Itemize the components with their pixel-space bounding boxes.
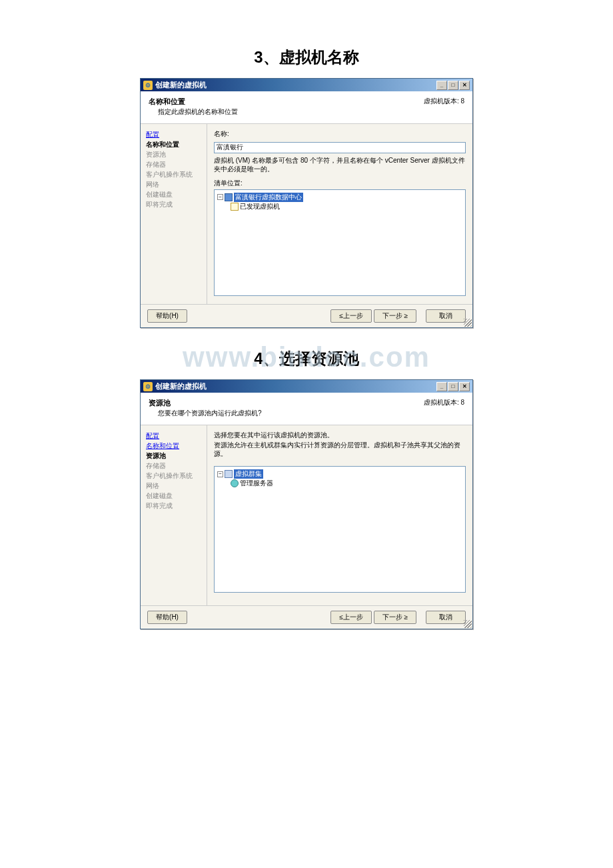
close-icon[interactable]: ✕ bbox=[459, 81, 470, 90]
name-hint: 虚拟机 (VM) 名称最多可包含 80 个字符，并且名称在每个 vCenter … bbox=[214, 156, 466, 173]
titlebar[interactable]: ⚙ 创建新的虚拟机 _ □ ✕ bbox=[141, 79, 472, 91]
titlebar[interactable]: ⚙ 创建新的虚拟机 _ □ ✕ bbox=[141, 380, 472, 393]
minimize-icon[interactable]: _ bbox=[436, 81, 447, 90]
step-title: 名称和位置 bbox=[149, 97, 464, 107]
wizard-footer: 帮助(H) ≤上一步 下一步 ≥ 取消 bbox=[141, 605, 472, 629]
resize-grip-icon[interactable] bbox=[464, 319, 472, 327]
sidebar-item-config[interactable]: 配置 bbox=[146, 431, 207, 441]
close-icon[interactable]: ✕ bbox=[459, 382, 470, 391]
next-button[interactable]: 下一步 ≥ bbox=[374, 309, 416, 323]
sidebar-item-name-location[interactable]: 名称和位置 bbox=[146, 441, 207, 451]
tree-item-label: 富滇银行虚拟数据中心 bbox=[234, 193, 303, 202]
window-title: 创建新的虚拟机 bbox=[155, 381, 207, 391]
sidebar-item-storage: 存储器 bbox=[146, 159, 207, 169]
sidebar-item-create-disk: 创建磁盘 bbox=[146, 189, 207, 199]
sidebar-item-guest-os: 客户机操作系统 bbox=[146, 471, 207, 481]
tree-item-label: 已发现虚拟机 bbox=[240, 202, 280, 211]
sidebar-item-name-location: 名称和位置 bbox=[146, 139, 207, 149]
sidebar-item-config[interactable]: 配置 bbox=[146, 129, 207, 139]
back-button[interactable]: ≤上一步 bbox=[330, 309, 372, 323]
cancel-button[interactable]: 取消 bbox=[426, 611, 466, 624]
vm-version: 虚拟机版本: 8 bbox=[424, 398, 464, 407]
wizard-dialog-name: ⚙ 创建新的虚拟机 _ □ ✕ 虚拟机版本: 8 名称和位置 指定此虚拟机的名称… bbox=[140, 78, 473, 328]
sidebar-item-storage: 存储器 bbox=[146, 461, 207, 471]
cancel-button[interactable]: 取消 bbox=[426, 309, 466, 323]
wizard-main-panel: 名称: 虚拟机 (VM) 名称最多可包含 80 个字符，并且名称在每个 vCen… bbox=[207, 124, 472, 304]
collapse-icon[interactable]: − bbox=[217, 471, 223, 477]
wizard-dialog-resourcepool: ⚙ 创建新的虚拟机 _ □ ✕ 虚拟机版本: 8 资源池 您要在哪个资源池内运行… bbox=[140, 379, 473, 629]
sidebar-item-ready: 即将完成 bbox=[146, 199, 207, 209]
wizard-header: 虚拟机版本: 8 名称和位置 指定此虚拟机的名称和位置 bbox=[141, 91, 472, 124]
resize-grip-icon[interactable] bbox=[464, 620, 472, 628]
tree-item-label: 虚拟群集 bbox=[234, 469, 263, 479]
maximize-icon[interactable]: □ bbox=[448, 81, 458, 90]
step-subtitle: 指定此虚拟机的名称和位置 bbox=[149, 107, 464, 117]
inventory-label: 清单位置: bbox=[214, 179, 466, 188]
help-button[interactable]: 帮助(H) bbox=[147, 611, 187, 624]
help-button[interactable]: 帮助(H) bbox=[147, 309, 187, 323]
resource-pool-icon bbox=[231, 479, 239, 487]
back-button[interactable]: ≤上一步 bbox=[330, 611, 372, 624]
folder-icon bbox=[231, 203, 239, 211]
tree-item-label: 管理服务器 bbox=[240, 479, 273, 488]
vm-version: 虚拟机版本: 8 bbox=[424, 97, 464, 106]
wizard-steps-sidebar: 配置 名称和位置 资源池 存储器 客户机操作系统 网络 创建磁盘 即将完成 bbox=[141, 425, 207, 605]
datacenter-icon bbox=[225, 193, 233, 201]
step-subtitle: 您要在哪个资源池内运行此虚拟机? bbox=[149, 409, 464, 418]
vm-name-input[interactable] bbox=[214, 142, 466, 153]
cluster-icon bbox=[225, 470, 233, 478]
window-title: 创建新的虚拟机 bbox=[155, 80, 207, 90]
inventory-tree[interactable]: − 富滇银行虚拟数据中心 已发现虚拟机 bbox=[214, 189, 466, 296]
tree-row-mgmt-server[interactable]: 管理服务器 bbox=[217, 479, 462, 488]
app-icon: ⚙ bbox=[143, 382, 153, 391]
wizard-header: 虚拟机版本: 8 资源池 您要在哪个资源池内运行此虚拟机? bbox=[141, 393, 472, 425]
collapse-icon[interactable]: − bbox=[217, 194, 223, 200]
app-icon: ⚙ bbox=[143, 81, 153, 90]
pool-desc-2: 资源池允许在主机或群集内实行计算资源的分层管理。虚拟机和子池共享其父池的资源。 bbox=[214, 441, 466, 458]
sidebar-item-guest-os: 客户机操作系统 bbox=[146, 169, 207, 179]
sidebar-item-resource-pool: 资源池 bbox=[146, 149, 207, 159]
tree-row-cluster[interactable]: − 虚拟群集 bbox=[217, 469, 462, 479]
sidebar-item-create-disk: 创建磁盘 bbox=[146, 491, 207, 501]
minimize-icon[interactable]: _ bbox=[436, 382, 447, 391]
next-button[interactable]: 下一步 ≥ bbox=[374, 611, 416, 624]
step-title: 资源池 bbox=[149, 398, 464, 408]
maximize-icon[interactable]: □ bbox=[448, 382, 458, 391]
resource-pool-tree[interactable]: − 虚拟群集 管理服务器 bbox=[214, 466, 466, 593]
sidebar-item-network: 网络 bbox=[146, 481, 207, 491]
wizard-steps-sidebar: 配置 名称和位置 资源池 存储器 客户机操作系统 网络 创建磁盘 即将完成 bbox=[141, 124, 207, 304]
pool-desc-1: 选择您要在其中运行该虚拟机的资源池。 bbox=[214, 431, 466, 439]
wizard-main-panel: 选择您要在其中运行该虚拟机的资源池。 资源池允许在主机或群集内实行计算资源的分层… bbox=[207, 425, 472, 605]
wizard-footer: 帮助(H) ≤上一步 下一步 ≥ 取消 bbox=[141, 304, 472, 327]
section-title-1: 3、虚拟机名称 bbox=[0, 47, 613, 68]
sidebar-item-resource-pool: 资源池 bbox=[146, 451, 207, 461]
name-label: 名称: bbox=[214, 129, 466, 139]
sidebar-item-ready: 即将完成 bbox=[146, 501, 207, 511]
sidebar-item-network: 网络 bbox=[146, 179, 207, 189]
tree-row-discovered-vms[interactable]: 已发现虚拟机 bbox=[217, 202, 462, 211]
tree-row-datacenter[interactable]: − 富滇银行虚拟数据中心 bbox=[217, 193, 462, 202]
section-title-2: 4、选择资源池 bbox=[0, 348, 613, 369]
